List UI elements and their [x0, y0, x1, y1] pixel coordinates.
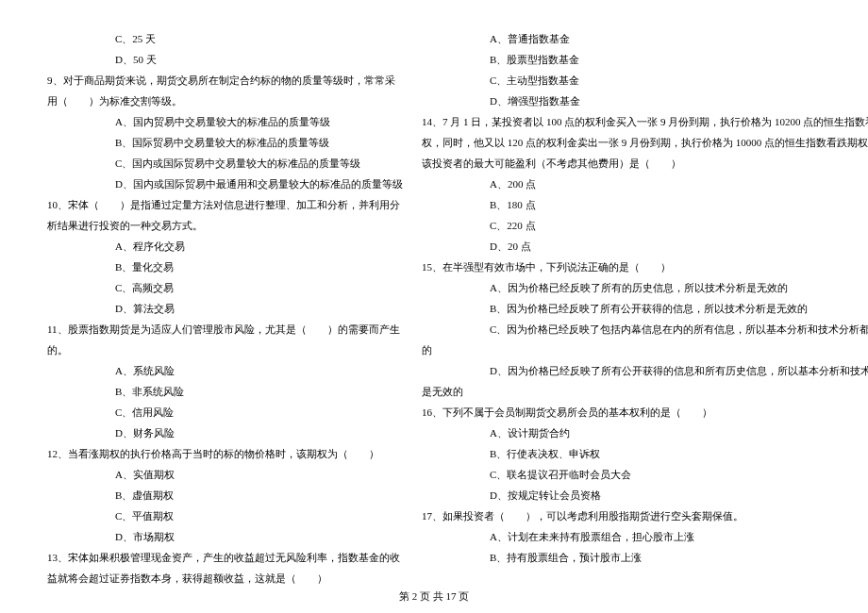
question-11: 11、股票指数期货是为适应人们管理股市风险，尤其是（ ）的需要而产生的。: [47, 319, 403, 360]
option: B、持有股票组合，预计股市上涨: [422, 547, 868, 568]
option: C、高频交易: [47, 277, 403, 298]
option: A、设计期货合约: [422, 422, 868, 443]
option: A、普通指数基金: [422, 28, 868, 49]
page-footer: 第 2 页 共 17 页: [0, 589, 868, 604]
option: B、因为价格已经反映了所有公开获得的信息，所以技术分析是无效的: [422, 298, 868, 319]
option-continuation: 的: [422, 340, 868, 360]
question-14: 14、7 月 1 日，某投资者以 100 点的权利金买入一张 9 月份到期，执行…: [422, 111, 868, 174]
option: B、180 点: [422, 194, 868, 215]
option: C、联名提议召开临时会员大会: [422, 464, 868, 485]
option: B、虚值期权: [47, 485, 403, 505]
question-17: 17、如果投资者（ ），可以考虑利用股指期货进行空头套期保值。: [422, 505, 868, 526]
option: A、实值期权: [47, 464, 403, 485]
question-16: 16、下列不属于会员制期货交易所会员的基本权利的是（ ）: [422, 402, 868, 422]
option-continuation: 是无效的: [422, 381, 868, 402]
option: B、量化交易: [47, 257, 403, 277]
option: C、平值期权: [47, 505, 403, 526]
page-columns: C、25 天 D、50 天 9、对于商品期货来说，期货交易所在制定合约标的物的质…: [47, 28, 821, 589]
option: A、200 点: [422, 174, 868, 194]
option: B、股票型指数基金: [422, 49, 868, 70]
option: D、增强型指数基金: [422, 91, 868, 111]
question-12: 12、当看涨期权的执行价格高于当时的标的物价格时，该期权为（ ）: [47, 443, 403, 464]
option: D、算法交易: [47, 298, 403, 319]
left-column: C、25 天 D、50 天 9、对于商品期货来说，期货交易所在制定合约标的物的质…: [47, 28, 403, 589]
option: C、25 天: [47, 28, 403, 49]
option: A、程序化交易: [47, 236, 403, 257]
option: D、50 天: [47, 49, 403, 70]
question-10: 10、宋体（ ）是指通过定量方法对信息进行整理、加工和分析，并利用分析结果进行投…: [47, 194, 403, 236]
question-9: 9、对于商品期货来说，期货交易所在制定合约标的物的质量等级时，常常采用（ ）为标…: [47, 70, 403, 111]
option: D、因为价格已经反映了所有公开获得的信息和所有历史信息，所以基本分析和技术分析都: [422, 360, 868, 381]
option: D、20 点: [422, 236, 868, 257]
option: D、按规定转让会员资格: [422, 485, 868, 505]
question-15: 15、在半强型有效市场中，下列说法正确的是（ ）: [422, 257, 868, 277]
option: A、计划在未来持有股票组合，担心股市上涨: [422, 526, 868, 547]
option: A、国内贸易中交易量较大的标准品的质量等级: [47, 111, 403, 132]
option: D、国内或国际贸易中最通用和交易量较大的标准品的质量等级: [47, 174, 403, 194]
option: C、信用风险: [47, 402, 403, 422]
option: C、国内或国际贸易中交易量较大的标准品的质量等级: [47, 153, 403, 174]
option: C、因为价格已经反映了包括内幕信息在内的所有信息，所以基本分析和技术分析都是无效: [422, 319, 868, 340]
option: A、系统风险: [47, 360, 403, 381]
option: C、220 点: [422, 215, 868, 236]
option: B、国际贸易中交易量较大的标准品的质量等级: [47, 132, 403, 153]
option: B、行使表决权、申诉权: [422, 443, 868, 464]
option: A、因为价格已经反映了所有的历史信息，所以技术分析是无效的: [422, 277, 868, 298]
option: C、主动型指数基金: [422, 70, 868, 91]
option: B、非系统风险: [47, 381, 403, 402]
right-column: A、普通指数基金 B、股票型指数基金 C、主动型指数基金 D、增强型指数基金 1…: [422, 28, 868, 589]
question-13: 13、宋体如果积极管理现金资产，产生的收益超过无风险利率，指数基金的收益就将会超…: [47, 547, 403, 588]
option: D、市场期权: [47, 526, 403, 547]
option: D、财务风险: [47, 422, 403, 443]
